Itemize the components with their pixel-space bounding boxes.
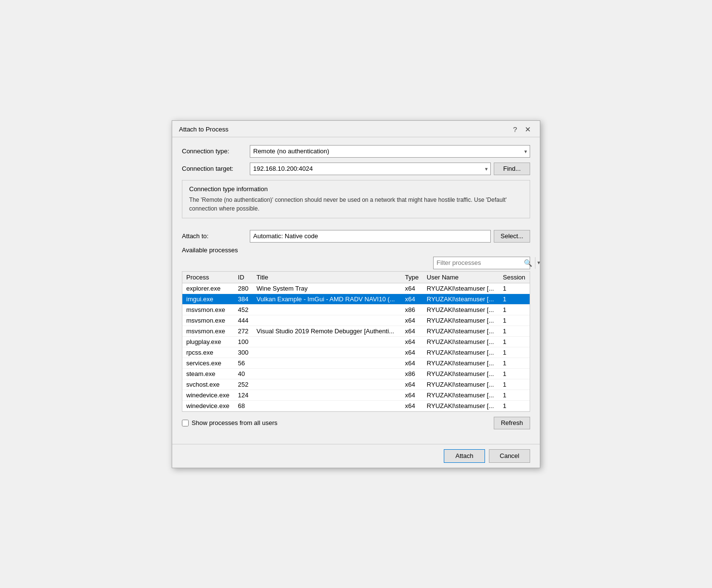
show-all-users-text: Show processes from all users (192, 419, 277, 426)
cell-type: x86 (401, 304, 423, 315)
cell-title (253, 315, 401, 326)
col-title[interactable]: Title (253, 272, 401, 283)
cell-session: 1 (499, 315, 530, 326)
available-processes-section: Available processes 🔍 ▾ Process ID Tit (182, 246, 530, 412)
table-row[interactable]: winedevice.exe124x64RYUZAKI\steamuser [.… (182, 390, 530, 400)
cell-session: 1 (499, 400, 530, 411)
cell-type: x64 (401, 400, 423, 411)
cell-process: rpcss.exe (182, 347, 234, 358)
cell-session: 1 (499, 326, 530, 336)
help-button[interactable]: ? (511, 126, 519, 133)
cell-user: RYUZAKI\steamuser [... (423, 368, 499, 379)
cell-type: x64 (401, 315, 423, 326)
connection-target-input[interactable] (250, 163, 491, 175)
cell-title: Vulkan Example - ImGui - AMD RADV NAVI10… (253, 294, 401, 304)
cell-user: RYUZAKI\steamuser [... (423, 390, 499, 400)
cell-user: RYUZAKI\steamuser [... (423, 400, 499, 411)
table-row[interactable]: msvsmon.exe272Visual Studio 2019 Remote … (182, 326, 530, 336)
cell-type: x64 (401, 358, 423, 368)
search-icon[interactable]: 🔍 (521, 259, 535, 267)
info-box-text: The 'Remote (no authentication)' connect… (189, 196, 523, 213)
cell-session: 1 (499, 379, 530, 390)
cell-type: x64 (401, 336, 423, 347)
cell-process: svchost.exe (182, 379, 234, 390)
table-row[interactable]: msvsmon.exe444x64RYUZAKI\steamuser [...1 (182, 315, 530, 326)
table-row[interactable]: plugplay.exe100x64RYUZAKI\steamuser [...… (182, 336, 530, 347)
filter-input-wrapper: 🔍 ▾ (433, 257, 530, 269)
select-button[interactable]: Select... (494, 230, 530, 243)
cell-user: RYUZAKI\steamuser [... (423, 379, 499, 390)
cell-process: plugplay.exe (182, 336, 234, 347)
connection-target-label: Connection target: (182, 165, 250, 172)
table-row[interactable]: rpcss.exe300x64RYUZAKI\steamuser [...1 (182, 347, 530, 358)
find-button[interactable]: Find... (494, 163, 530, 175)
cell-process: steam.exe (182, 368, 234, 379)
cell-session: 1 (499, 390, 530, 400)
table-row[interactable]: explorer.exe280Wine System Trayx64RYUZAK… (182, 283, 530, 294)
cell-title (253, 400, 401, 411)
cell-title: Visual Studio 2019 Remote Debugger [Auth… (253, 326, 401, 336)
cell-session: 1 (499, 347, 530, 358)
cell-id: 384 (234, 294, 253, 304)
table-row[interactable]: svchost.exe252x64RYUZAKI\steamuser [...1 (182, 379, 530, 390)
cell-user: RYUZAKI\steamuser [... (423, 283, 499, 294)
available-processes-label: Available processes (182, 246, 530, 254)
filter-bar: 🔍 ▾ (182, 257, 530, 269)
process-table: Process ID Title Type User Name Session … (182, 272, 530, 411)
attach-to-label: Attach to: (182, 232, 250, 240)
cell-type: x86 (401, 368, 423, 379)
filter-dropdown-arrow-icon[interactable]: ▾ (535, 257, 542, 269)
cell-session: 1 (499, 294, 530, 304)
cell-user: RYUZAKI\steamuser [... (423, 304, 499, 315)
cell-type: x64 (401, 294, 423, 304)
cell-id: 56 (234, 358, 253, 368)
attach-to-process-dialog: Attach to Process ? ✕ Connection type: R… (172, 120, 540, 468)
cell-process: imgui.exe (182, 294, 234, 304)
col-session[interactable]: Session (499, 272, 530, 283)
cell-process: msvsmon.exe (182, 304, 234, 315)
table-row[interactable]: msvsmon.exe452x86RYUZAKI\steamuser [...1 (182, 304, 530, 315)
cell-id: 40 (234, 368, 253, 379)
attach-to-input[interactable] (250, 230, 491, 243)
cell-process: services.exe (182, 358, 234, 368)
connection-type-select[interactable]: Remote (no authentication)DefaultNo auth… (250, 145, 530, 158)
cell-type: x64 (401, 347, 423, 358)
connection-type-row: Connection type: Remote (no authenticati… (182, 145, 530, 158)
filter-processes-input[interactable] (434, 257, 521, 269)
cell-title (253, 390, 401, 400)
cell-session: 1 (499, 336, 530, 347)
col-process[interactable]: Process (182, 272, 234, 283)
col-username[interactable]: User Name (423, 272, 499, 283)
cell-session: 1 (499, 283, 530, 294)
cell-title (253, 336, 401, 347)
cell-title: Wine System Tray (253, 283, 401, 294)
cell-session: 1 (499, 304, 530, 315)
table-row[interactable]: services.exe56x64RYUZAKI\steamuser [...1 (182, 358, 530, 368)
cell-id: 300 (234, 347, 253, 358)
cell-process: winedevice.exe (182, 390, 234, 400)
cell-id: 252 (234, 379, 253, 390)
cell-user: RYUZAKI\steamuser [... (423, 358, 499, 368)
cell-id: 452 (234, 304, 253, 315)
title-bar: Attach to Process ? ✕ (172, 121, 540, 137)
cell-process: winedevice.exe (182, 400, 234, 411)
connection-target-row: Connection target: ▾ Find... (182, 163, 530, 175)
cell-process: msvsmon.exe (182, 326, 234, 336)
attach-button[interactable]: Attach (444, 449, 485, 463)
process-table-body: explorer.exe280Wine System Trayx64RYUZAK… (182, 283, 530, 411)
info-box: Connection type information The 'Remote … (182, 180, 530, 218)
table-row[interactable]: winedevice.exe68x64RYUZAKI\steamuser [..… (182, 400, 530, 411)
table-row[interactable]: steam.exe40x86RYUZAKI\steamuser [...1 (182, 368, 530, 379)
title-bar-buttons: ? ✕ (511, 126, 533, 133)
show-all-users-checkbox[interactable] (182, 420, 189, 426)
table-row[interactable]: imgui.exe384Vulkan Example - ImGui - AMD… (182, 294, 530, 304)
close-button[interactable]: ✕ (523, 126, 533, 133)
col-id[interactable]: ID (234, 272, 253, 283)
show-all-users-label[interactable]: Show processes from all users (182, 419, 277, 426)
cell-user: RYUZAKI\steamuser [... (423, 294, 499, 304)
cell-id: 272 (234, 326, 253, 336)
col-type[interactable]: Type (401, 272, 423, 283)
cell-process: msvsmon.exe (182, 315, 234, 326)
cancel-button[interactable]: Cancel (489, 449, 530, 463)
refresh-button[interactable]: Refresh (494, 417, 530, 429)
